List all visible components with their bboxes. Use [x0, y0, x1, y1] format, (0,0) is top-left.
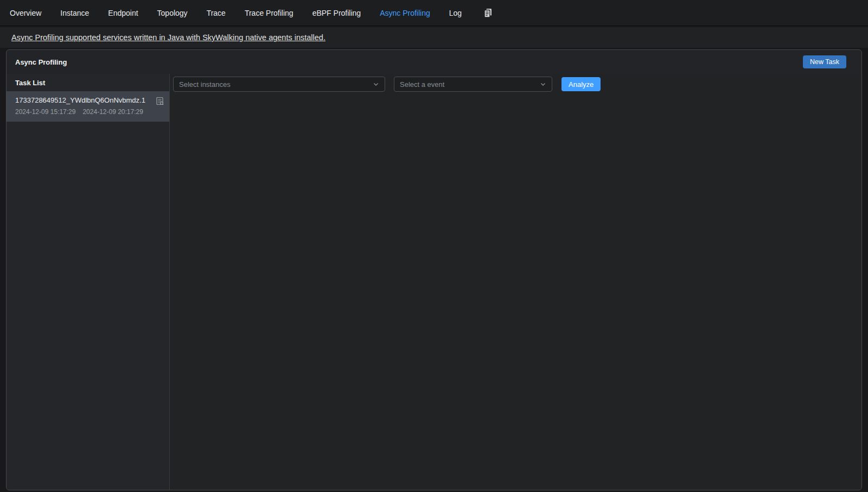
tab-topology[interactable]: Topology — [157, 9, 188, 17]
top-nav: Overview Instance Endpoint Topology Trac… — [0, 0, 868, 26]
instances-select-placeholder: Select instances — [179, 80, 231, 89]
tab-ebpf-profiling[interactable]: eBPF Profiling — [312, 9, 361, 17]
tab-endpoint[interactable]: Endpoint — [108, 9, 138, 17]
event-select[interactable]: Select a event — [394, 77, 552, 92]
panel-title: Async Profiling — [15, 58, 67, 66]
instances-select[interactable]: Select instances — [173, 77, 385, 92]
analyze-button[interactable]: Analyze — [561, 77, 601, 91]
tab-log[interactable]: Log — [449, 9, 462, 17]
toolbar: Select instances Select a event — [173, 77, 861, 92]
tab-trace-profiling[interactable]: Trace Profiling — [245, 9, 293, 17]
task-start-time: 2024-12-09 15:17:29 — [15, 108, 75, 116]
new-task-button[interactable]: New Task — [803, 55, 846, 68]
chevron-down-icon — [372, 80, 380, 88]
task-log-icon[interactable] — [156, 97, 164, 106]
task-end-time: 2024-12-09 20:17:29 — [82, 108, 143, 116]
content-area: Select instances Select a event — [170, 74, 861, 490]
task-list-header: Task List — [7, 74, 169, 91]
task-dates: 2024-12-09 15:17:29 2024-12-09 20:17:29 — [15, 108, 151, 116]
task-list-column: Task List 1733728649512_YWdlbnQ6OnNvbmdz… — [7, 74, 170, 490]
async-profiling-panel: Async Profiling New Task Task List 17337… — [6, 49, 862, 490]
tab-overview[interactable]: Overview — [10, 9, 41, 17]
document-copy-icon[interactable] — [483, 8, 493, 18]
tab-instance[interactable]: Instance — [60, 9, 89, 17]
info-banner: Async Profiling supported services writt… — [0, 27, 868, 48]
tab-async-profiling[interactable]: Async Profiling — [380, 9, 430, 17]
event-select-placeholder: Select a event — [400, 80, 444, 89]
panel-header: Async Profiling New Task — [7, 50, 861, 74]
tab-trace[interactable]: Trace — [207, 9, 226, 17]
task-name: 1733728649512_YWdlbnQ6OnNvbmdz.1 — [15, 96, 151, 104]
task-list-item[interactable]: 1733728649512_YWdlbnQ6OnNvbmdz.1 2024-12… — [7, 91, 169, 122]
panel-body: Task List 1733728649512_YWdlbnQ6OnNvbmdz… — [7, 74, 861, 490]
supported-services-link[interactable]: Async Profiling supported services writt… — [11, 33, 326, 42]
chevron-down-icon — [539, 80, 547, 88]
